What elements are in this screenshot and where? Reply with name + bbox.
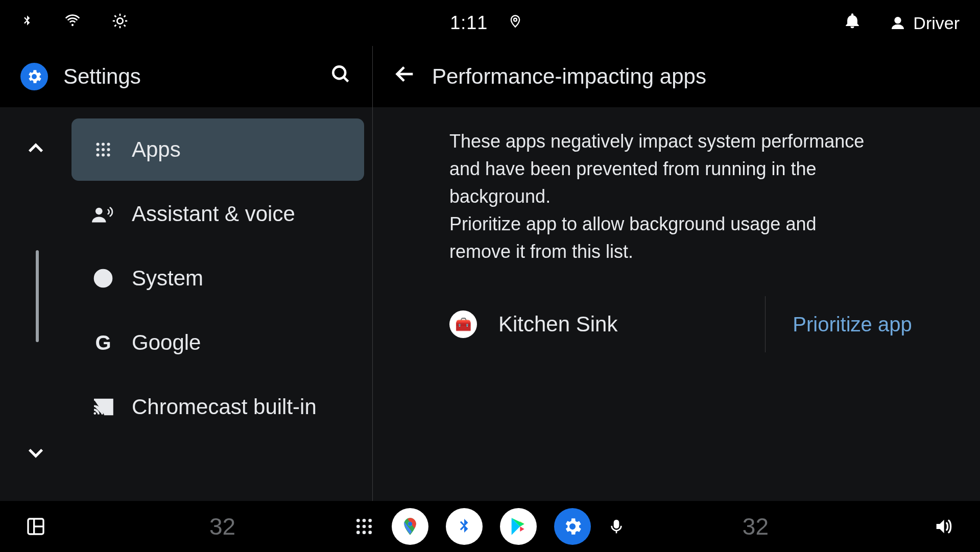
nav-list: Apps Assistant & voice System G Goog <box>71 107 372 501</box>
dock-maps-icon[interactable] <box>392 508 428 545</box>
svg-point-40 <box>368 531 372 534</box>
user-label: Driver <box>913 13 960 33</box>
svg-line-13 <box>344 77 348 82</box>
sidebar-header: Settings <box>0 46 372 107</box>
notifications-icon[interactable] <box>844 11 861 35</box>
svg-line-7 <box>124 25 126 27</box>
app-row: 🧰 Kitchen Sink Prioritize app <box>449 296 939 352</box>
svg-point-20 <box>97 154 100 157</box>
svg-point-1 <box>117 18 123 23</box>
volume-icon[interactable] <box>932 516 954 537</box>
sidebar-item-label: Chromecast built-in <box>132 395 317 419</box>
svg-point-19 <box>107 148 110 151</box>
svg-point-38 <box>356 531 360 534</box>
bluetooth-icon <box>20 11 34 35</box>
svg-point-34 <box>368 519 372 522</box>
cast-icon <box>92 396 114 418</box>
svg-point-12 <box>333 66 345 79</box>
svg-point-0 <box>71 24 74 26</box>
svg-point-27 <box>93 412 96 415</box>
status-bar: 1:11 Driver <box>0 0 980 46</box>
dock-settings-icon[interactable] <box>554 508 591 545</box>
svg-point-15 <box>102 143 105 146</box>
svg-point-35 <box>356 525 360 529</box>
svg-point-17 <box>97 148 100 151</box>
search-button[interactable] <box>329 63 352 90</box>
svg-point-42 <box>408 522 412 526</box>
climate-temp-left[interactable]: 32 <box>209 513 235 540</box>
svg-point-18 <box>102 148 105 151</box>
sidebar-item-google[interactable]: G Google <box>71 311 364 374</box>
svg-point-39 <box>362 531 366 534</box>
svg-point-14 <box>97 143 100 146</box>
sidebar-item-apps[interactable]: Apps <box>71 118 364 181</box>
sidebar-title: Settings <box>63 64 141 89</box>
sidebar-item-label: System <box>132 266 203 291</box>
detail-title: Performance-impacting apps <box>432 64 706 89</box>
google-g-icon: G <box>92 331 114 354</box>
location-icon <box>508 11 522 35</box>
svg-line-8 <box>114 25 116 27</box>
sidebar-item-system[interactable]: System <box>71 247 364 309</box>
dashboard-icon[interactable] <box>26 516 46 537</box>
detail-header: Performance-impacting apps <box>373 46 980 107</box>
dock-play-store-icon[interactable] <box>500 508 537 545</box>
detail-panel: Performance-impacting apps These apps ne… <box>373 46 980 501</box>
scroll-up-button[interactable] <box>25 123 46 177</box>
info-icon <box>92 267 114 290</box>
svg-point-21 <box>102 154 105 157</box>
sidebar-item-label: Assistant & voice <box>132 202 295 226</box>
back-button[interactable] <box>393 62 417 91</box>
scroll-indicator <box>36 250 39 342</box>
svg-point-23 <box>95 208 103 215</box>
sidebar-item-label: Google <box>132 330 201 355</box>
svg-point-10 <box>514 18 517 21</box>
svg-point-16 <box>107 143 110 146</box>
clock-time: 1:11 <box>450 12 488 34</box>
svg-point-26 <box>102 274 104 275</box>
wifi-icon <box>62 13 83 33</box>
svg-point-33 <box>362 519 366 522</box>
app-name: Kitchen Sink <box>498 312 617 337</box>
content-area: Settings Apps <box>0 46 980 501</box>
app-info[interactable]: 🧰 Kitchen Sink <box>449 296 766 352</box>
prioritize-app-button[interactable]: Prioritize app <box>766 313 939 336</box>
app-launcher-button[interactable] <box>354 516 374 537</box>
svg-point-37 <box>368 525 372 529</box>
apps-grid-icon <box>92 138 114 161</box>
svg-point-11 <box>895 17 901 23</box>
app-icon: 🧰 <box>449 310 477 338</box>
bottom-nav-bar: 32 32 <box>0 501 980 552</box>
sidebar-item-label: Apps <box>132 137 181 162</box>
svg-point-22 <box>107 154 110 157</box>
svg-line-9 <box>124 15 126 17</box>
dock-bluetooth-icon[interactable] <box>446 508 483 545</box>
svg-point-32 <box>356 519 360 522</box>
voice-assistant-button[interactable] <box>608 516 625 537</box>
user-profile[interactable]: Driver <box>890 13 960 33</box>
assistant-voice-icon <box>92 203 114 225</box>
brightness-icon <box>111 12 129 34</box>
svg-point-36 <box>362 525 366 529</box>
settings-sidebar: Settings Apps <box>0 46 373 501</box>
climate-temp-right[interactable]: 32 <box>743 513 769 540</box>
settings-gear-icon <box>20 63 48 90</box>
sidebar-item-assistant[interactable]: Assistant & voice <box>71 183 364 245</box>
sidebar-item-chromecast[interactable]: Chromecast built-in <box>71 376 364 438</box>
svg-line-6 <box>114 15 116 17</box>
scroll-down-button[interactable] <box>25 426 46 481</box>
detail-description: These apps negatively impact system perf… <box>449 128 868 266</box>
